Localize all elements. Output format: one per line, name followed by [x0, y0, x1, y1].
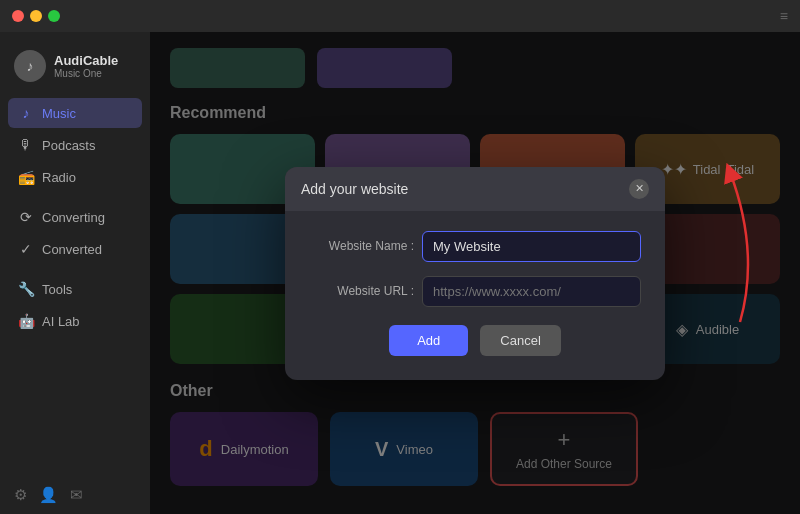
close-button[interactable]	[12, 10, 24, 22]
sidebar-item-converting[interactable]: ⟳ Converting	[8, 202, 142, 232]
traffic-lights	[12, 10, 60, 22]
dialog-title: Add your website	[301, 181, 408, 197]
radio-icon: 📻	[18, 169, 34, 185]
sidebar-item-label: Music	[42, 106, 76, 121]
sidebar-item-radio[interactable]: 📻 Radio	[8, 162, 142, 192]
title-bar: ≡	[0, 0, 800, 32]
sidebar-item-label: Converted	[42, 242, 102, 257]
website-url-input[interactable]	[422, 276, 641, 307]
tools-icon: 🔧	[18, 281, 34, 297]
sidebar-profile: ♪ AudiCable Music One	[0, 40, 150, 98]
podcasts-icon: 🎙	[18, 137, 34, 153]
ai-lab-icon: 🤖	[18, 313, 34, 329]
app-name: AudiCable	[54, 53, 118, 68]
website-name-label: Website Name :	[309, 239, 414, 253]
add-website-dialog: Add your website ✕ Website Name : Websit…	[285, 167, 665, 380]
website-name-field: Website Name :	[309, 231, 641, 262]
dialog-overlay: Add your website ✕ Website Name : Websit…	[150, 32, 800, 514]
settings-icon[interactable]: ⚙	[14, 486, 27, 504]
converting-icon: ⟳	[18, 209, 34, 225]
sidebar-item-music[interactable]: ♪ Music	[8, 98, 142, 128]
cancel-button[interactable]: Cancel	[480, 325, 560, 356]
dialog-header: Add your website ✕	[285, 167, 665, 211]
add-button[interactable]: Add	[389, 325, 468, 356]
music-icon: ♪	[18, 105, 34, 121]
website-url-field: Website URL :	[309, 276, 641, 307]
sidebar-item-label: Converting	[42, 210, 105, 225]
user-icon[interactable]: 👤	[39, 486, 58, 504]
sidebar-item-label: AI Lab	[42, 314, 80, 329]
website-name-input[interactable]	[422, 231, 641, 262]
close-icon: ✕	[635, 182, 644, 195]
sidebar-item-podcasts[interactable]: 🎙 Podcasts	[8, 130, 142, 160]
sidebar-nav: ♪ Music 🎙 Podcasts 📻 Radio ⟳ Converting …	[0, 98, 150, 476]
sidebar-footer: ⚙ 👤 ✉	[0, 476, 150, 514]
main-content: Recommend ✦✦ TidalTidal P Pandora ◈	[150, 32, 800, 514]
sidebar-item-converted[interactable]: ✓ Converted	[8, 234, 142, 264]
menu-icon[interactable]: ≡	[780, 8, 788, 24]
sidebar-item-tools[interactable]: 🔧 Tools	[8, 274, 142, 304]
sidebar-item-label: Tools	[42, 282, 72, 297]
sidebar: ♪ AudiCable Music One ♪ Music 🎙 Podcasts…	[0, 32, 150, 514]
arrow-annotation	[680, 152, 800, 332]
converted-icon: ✓	[18, 241, 34, 257]
app-subtitle: Music One	[54, 68, 118, 79]
maximize-button[interactable]	[48, 10, 60, 22]
avatar: ♪	[14, 50, 46, 82]
sidebar-item-ai-lab[interactable]: 🤖 AI Lab	[8, 306, 142, 336]
sidebar-item-label: Radio	[42, 170, 76, 185]
dialog-close-button[interactable]: ✕	[629, 179, 649, 199]
minimize-button[interactable]	[30, 10, 42, 22]
website-url-label: Website URL :	[309, 284, 414, 298]
mail-icon[interactable]: ✉	[70, 486, 83, 504]
dialog-actions: Add Cancel	[309, 321, 641, 360]
dialog-body: Website Name : Website URL : Add Cancel	[285, 211, 665, 380]
sidebar-item-label: Podcasts	[42, 138, 95, 153]
